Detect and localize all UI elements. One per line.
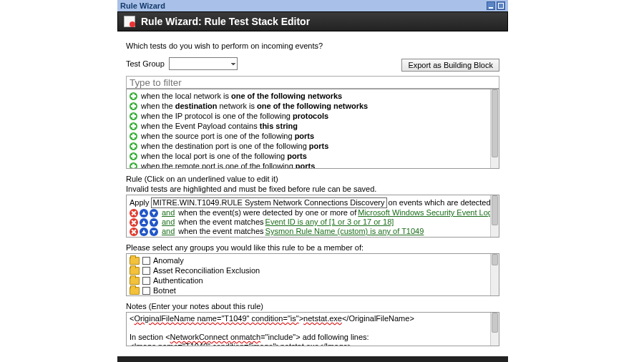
rule-value-link[interactable]: Microsoft Windows Security Event Log	[358, 208, 490, 217]
add-icon[interactable]	[130, 112, 137, 120]
rule-name-field[interactable]: MITRE.WIN.T1049.RULE System Network Conn…	[151, 197, 387, 208]
notes-line: <OriginalFileName name="T1049" condition…	[130, 314, 487, 323]
folder-icon	[130, 267, 140, 275]
group-checkbox[interactable]	[142, 267, 150, 275]
folder-icon	[130, 277, 140, 285]
group-row: Authentication	[130, 275, 487, 285]
rule-apply-row: Apply MITRE.WIN.T1049.RULE System Networ…	[130, 197, 487, 208]
rule-condition-row: and NOT when any of Machine ID (custom) …	[130, 236, 487, 237]
rule-value-link[interactable]: Event ID is any of [1 or 3 or 17 or 18]	[265, 217, 394, 227]
tests-panel: when the local network is one of the fol…	[126, 89, 499, 169]
rule-value-link[interactable]: Sysmon Rule Name (custom) is any of T104…	[265, 227, 424, 236]
wizard-icon	[124, 16, 135, 27]
move-down-icon[interactable]	[150, 209, 158, 217]
notes-line	[130, 323, 487, 333]
add-icon[interactable]	[130, 152, 137, 160]
notes-scrollbar[interactable]	[490, 313, 499, 346]
test-row[interactable]: when the destination network is one of t…	[130, 101, 487, 111]
add-icon[interactable]	[130, 122, 137, 130]
move-up-icon[interactable]	[140, 228, 148, 236]
move-down-icon[interactable]	[150, 218, 158, 227]
window-title: Rule Wizard	[120, 0, 165, 11]
groups-section-label: Please select any groups you would like …	[126, 243, 499, 252]
group-checkbox[interactable]	[142, 277, 150, 285]
groups-panel: AnomalyAsset Reconciliation ExclusionAut…	[126, 253, 499, 296]
rule-panel: Apply MITRE.WIN.T1049.RULE System Networ…	[126, 195, 499, 238]
notes-line: <Image name="T1049" condition="image">ne…	[130, 342, 487, 346]
group-checkbox[interactable]	[142, 257, 150, 265]
tests-scrollbar[interactable]	[490, 89, 499, 168]
test-row[interactable]: when the local port is one of the follow…	[130, 151, 487, 161]
test-row[interactable]: when the IP protocol is one of the follo…	[130, 111, 487, 121]
conj-link[interactable]: and NOT	[162, 236, 194, 237]
group-label: Anomaly	[153, 255, 184, 265]
prompt-text: Which tests do you wish to perform on in…	[126, 41, 499, 50]
move-up-icon[interactable]	[140, 209, 148, 217]
rule-scrollbar[interactable]	[490, 195, 499, 237]
add-icon[interactable]	[130, 92, 137, 100]
add-icon[interactable]	[130, 142, 137, 150]
group-label: Authentication	[153, 275, 203, 285]
test-group-select[interactable]: All	[169, 57, 238, 70]
notes-section-label: Notes (Enter your notes about this rule)	[126, 302, 499, 310]
test-row[interactable]: when the destination port is one of the …	[130, 141, 487, 151]
window-titlebar: Rule Wizard	[117, 0, 508, 11]
test-filter-input[interactable]	[126, 76, 499, 89]
group-row: Botnet	[130, 285, 487, 295]
group-row: Anomaly	[130, 255, 487, 265]
rule-condition-row: and when the event matches Sysmon Rule N…	[130, 227, 487, 236]
delete-icon[interactable]	[130, 209, 138, 217]
move-down-icon[interactable]	[150, 237, 158, 238]
test-row[interactable]: when the remote port is one of the follo…	[130, 161, 487, 168]
test-row[interactable]: when the Event Payload contains this str…	[130, 121, 487, 131]
conj-link[interactable]: and	[162, 208, 175, 217]
window-maximize-button[interactable]	[497, 1, 505, 10]
delete-icon[interactable]	[130, 228, 138, 236]
test-row[interactable]: when the source port is one of the follo…	[130, 131, 487, 141]
delete-icon[interactable]	[130, 237, 138, 238]
add-icon[interactable]	[130, 102, 137, 110]
dialog-footer-bar	[117, 356, 508, 362]
folder-icon	[130, 257, 140, 265]
test-group-label: Test Group	[126, 59, 165, 68]
group-label: Asset Reconciliation Exclusion	[153, 265, 260, 275]
rule-condition-row: and when the event(s) were detected by o…	[130, 208, 487, 217]
rule-condition-row: and when the event matches Event ID is a…	[130, 217, 487, 227]
folder-icon	[130, 287, 140, 295]
test-row[interactable]: when the local network is one of the fol…	[130, 91, 487, 101]
move-down-icon[interactable]	[150, 228, 158, 236]
conj-link[interactable]: and	[162, 227, 175, 236]
rule-section-label-1: Rule (Click on an underlined value to ed…	[126, 175, 499, 183]
group-label: Botnet	[153, 285, 176, 295]
notes-line: In section <NetworkConnect onmatch="incl…	[130, 333, 487, 342]
notes-panel[interactable]: <OriginalFileName name="T1049" condition…	[126, 312, 499, 346]
move-up-icon[interactable]	[140, 218, 148, 227]
dialog-header: Rule Wizard: Rule Test Stack Editor	[117, 11, 508, 31]
rule-section-label-2: Invalid tests are highlighted and must b…	[126, 185, 499, 193]
group-checkbox[interactable]	[142, 287, 150, 295]
groups-scrollbar[interactable]	[490, 254, 499, 295]
window-minimize-button[interactable]	[487, 1, 495, 10]
dialog-title: Rule Wizard: Rule Test Stack Editor	[141, 16, 310, 27]
conj-link[interactable]: and	[162, 217, 175, 227]
group-row: Asset Reconciliation Exclusion	[130, 265, 487, 275]
add-icon[interactable]	[130, 162, 137, 169]
add-icon[interactable]	[130, 132, 137, 140]
export-building-block-button[interactable]: Export as Building Block	[401, 59, 499, 72]
delete-icon[interactable]	[130, 218, 138, 227]
move-up-icon[interactable]	[140, 237, 148, 238]
